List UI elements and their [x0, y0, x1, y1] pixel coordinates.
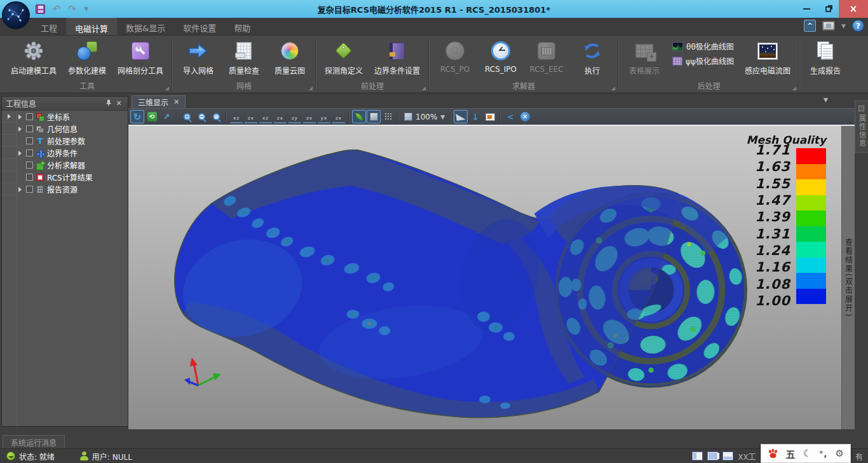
- tab-attribute-info[interactable]: 属性信息: [855, 100, 868, 153]
- probe-angle-button[interactable]: 探测角定义: [319, 36, 369, 76]
- zoom-level-caret-icon[interactable]: ▼: [440, 114, 445, 120]
- close-result-button[interactable]: ✕: [518, 110, 532, 123]
- quick-access-caret-icon[interactable]: ▼: [84, 6, 88, 12]
- ime-settings-gear-icon[interactable]: ⚙: [836, 448, 844, 459]
- collapse-ribbon-icon[interactable]: ^: [804, 20, 816, 32]
- layout-split-icon[interactable]: [707, 452, 718, 460]
- tree-item-boundary-condition[interactable]: 边界条件: [17, 147, 128, 159]
- flow-button[interactable]: <: [503, 110, 517, 123]
- checkbox[interactable]: [26, 137, 33, 144]
- pan-button[interactable]: ↗: [159, 110, 173, 123]
- smooth-shade-button[interactable]: [352, 110, 366, 123]
- axis-view-button[interactable]: zx: [274, 111, 287, 123]
- save-icon[interactable]: [36, 4, 45, 14]
- expander-icon[interactable]: [18, 114, 22, 120]
- clip-plane-button[interactable]: [454, 110, 468, 123]
- ime-brand-paw-icon[interactable]: [768, 448, 778, 459]
- ime-mode-label[interactable]: 五: [786, 447, 796, 460]
- display-style-icon[interactable]: [822, 21, 835, 31]
- quality-cloud-button[interactable]: 质量云图: [267, 36, 313, 76]
- induced-current-map-button[interactable]: 感应电磁流图: [739, 36, 796, 76]
- tree-item-rcs-result[interactable]: RCS计算结果: [17, 171, 128, 183]
- expander-icon[interactable]: [18, 187, 22, 192]
- layout-left-icon[interactable]: [692, 452, 703, 460]
- checkbox[interactable]: [26, 186, 33, 193]
- import-mesh-button[interactable]: 导入网格: [175, 36, 221, 76]
- tree-item-geometry-info[interactable]: 几何信息: [17, 123, 128, 135]
- app-logo[interactable]: [2, 1, 30, 29]
- launch-modeling-tool-button[interactable]: 启动建模工具: [5, 36, 62, 76]
- group-expand-icon[interactable]: [165, 86, 169, 90]
- refresh-view-button[interactable]: ⟲: [145, 110, 159, 123]
- checkbox[interactable]: [26, 149, 33, 156]
- minimize-button[interactable]: [796, 0, 817, 18]
- axis-view-button[interactable]: xz: [259, 111, 272, 123]
- group-expand-icon[interactable]: [422, 86, 426, 90]
- menu-tab-help[interactable]: 帮助: [225, 18, 259, 35]
- close-button[interactable]: ×: [839, 0, 868, 18]
- zoom-level-control[interactable]: 100% ▼: [402, 113, 447, 121]
- group-expand-icon[interactable]: [309, 86, 313, 90]
- flat-shade-button[interactable]: [367, 110, 381, 123]
- tab-system-messages[interactable]: 系统运行消息: [3, 435, 65, 448]
- axis-view-button[interactable]: zx: [303, 111, 316, 123]
- theta-polarization-curve-button[interactable]: θθ极化曲线图: [672, 41, 734, 52]
- zoom-out-button[interactable]: −: [194, 110, 208, 123]
- menu-tab-project[interactable]: 工程: [32, 18, 66, 35]
- checkbox[interactable]: [26, 162, 33, 169]
- group-expand-icon[interactable]: [611, 86, 615, 90]
- tab-list-caret-icon[interactable]: ▼: [824, 97, 828, 103]
- quality-check-button[interactable]: 质量检查: [221, 36, 267, 76]
- rcs-eec-button[interactable]: RCS_EEC: [524, 36, 569, 74]
- rotate-button[interactable]: ↻: [130, 110, 144, 123]
- moon-icon[interactable]: ☾: [803, 448, 811, 459]
- axis-view-button[interactable]: zy: [288, 111, 301, 123]
- redo-icon[interactable]: ↷: [69, 4, 77, 14]
- snapshot-button[interactable]: [483, 110, 497, 123]
- wireframe-button[interactable]: [381, 110, 395, 123]
- 3d-viewport[interactable]: Mesh Quality 1.711.63 1.551.47 1.391.31 …: [128, 126, 855, 429]
- expander-icon[interactable]: [18, 151, 22, 156]
- tree-item-coordinate-system[interactable]: 坐标系: [17, 111, 128, 123]
- ime-punctuation-label[interactable]: °,: [819, 449, 827, 459]
- checkbox[interactable]: [26, 113, 33, 120]
- checkbox[interactable]: [26, 125, 33, 132]
- rcs-po-button[interactable]: RCS_PO: [432, 36, 478, 74]
- tree-item-preprocess-params[interactable]: T 前处理参数: [17, 135, 128, 147]
- group-expand-icon[interactable]: [792, 86, 796, 90]
- rcs-ipo-button[interactable]: RCS_IPO: [478, 36, 524, 74]
- axis-view-button[interactable]: xz: [230, 111, 243, 123]
- zoom-in-button[interactable]: +: [180, 110, 194, 123]
- execute-button[interactable]: 执行: [569, 36, 615, 76]
- drop-view-button[interactable]: ↓: [468, 110, 482, 123]
- generate-report-button[interactable]: 生成报告: [803, 36, 848, 76]
- mesh-model[interactable]: [128, 126, 841, 429]
- boundary-condition-button[interactable]: 边界条件设置: [369, 36, 426, 76]
- pin-icon[interactable]: [104, 99, 114, 108]
- help-icon[interactable]: ?: [852, 20, 864, 32]
- menu-tab-data-display[interactable]: 数据&显示: [117, 18, 174, 35]
- tab-close-icon[interactable]: ✕: [173, 98, 179, 106]
- display-style-caret-icon[interactable]: ▼: [841, 23, 846, 29]
- layout-bottom-icon[interactable]: [722, 452, 733, 460]
- checkbox[interactable]: [26, 174, 33, 181]
- undo-icon[interactable]: ↶: [53, 4, 61, 14]
- axis-view-button[interactable]: yx: [318, 111, 330, 123]
- table-display-button[interactable]: 表格展示: [621, 36, 667, 76]
- psi-polarization-curve-button[interactable]: ψψ极化曲线图: [672, 55, 734, 66]
- expander-icon[interactable]: [18, 127, 22, 132]
- tree-item-report-resource[interactable]: 报告资源: [17, 183, 128, 195]
- zoom-fit-button[interactable]: ◦: [209, 110, 223, 123]
- panel-close-icon[interactable]: ✕: [114, 99, 124, 107]
- tab-3d-display[interactable]: 三维显示 ✕: [132, 95, 186, 108]
- ime-toolbar[interactable]: 五 ☾ °, ⚙: [761, 444, 851, 463]
- menu-tab-em-compute[interactable]: 电磁计算: [66, 18, 117, 35]
- axis-view-button[interactable]: zx: [245, 111, 257, 123]
- mesh-partition-tool-button[interactable]: 网格剖分工具: [112, 36, 169, 76]
- menu-tab-settings[interactable]: 软件设置: [174, 18, 225, 35]
- restore-button[interactable]: [817, 0, 839, 18]
- parametric-modeling-button[interactable]: 参数化建模: [62, 36, 112, 76]
- axis-view-button[interactable]: zx: [332, 111, 345, 123]
- tree-item-solver[interactable]: 分析求解器: [17, 159, 128, 171]
- view-results-strip[interactable]: 查看结果(双击展开): [841, 126, 855, 429]
